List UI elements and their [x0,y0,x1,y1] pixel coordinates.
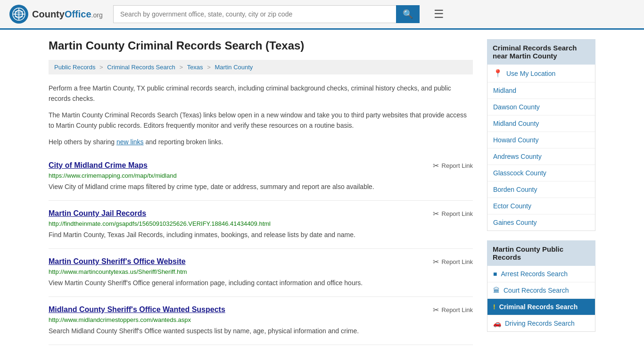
breadcrumb-public-records[interactable]: Public Records [54,64,95,71]
result-url[interactable]: http://www.martincountytexas.us/Sheriff/… [49,268,473,275]
report-link-btn[interactable]: ✂ Report Link [433,161,473,170]
search-area: 🔍 [113,5,420,23]
breadcrumb-martin-county[interactable]: Martin County [215,64,253,71]
main-container: Martin County Criminal Records Search (T… [39,30,605,354]
sidebar-item-label: Midland [493,87,516,94]
report-label: Report Link [442,162,473,169]
result-desc: View City of Midland crime maps filtered… [49,182,473,192]
site-header: CountyOffice.org 🔍 ☰ [0,0,644,30]
breadcrumb-sep-1: > [99,64,105,71]
search-input[interactable] [113,5,396,23]
result-url[interactable]: https://www.crimemapping.com/map/tx/midl… [49,172,473,179]
result-header: City of Midland Crime Maps ✂ Report Link [49,161,473,170]
report-link-btn[interactable]: ✂ Report Link [433,257,473,266]
result-title[interactable]: City of Midland Crime Maps [49,161,148,170]
sidebar: Criminal Records Search near Martin Coun… [487,39,595,345]
description-1: Perform a free Martin County, TX public … [49,83,473,104]
list-item: 🚗 Driving Records Search [487,315,595,331]
menu-button[interactable]: ☰ [434,8,444,21]
court-records-label: Court Records Search [504,287,569,294]
list-item: Andrews County [487,148,595,165]
list-item: Gaines County [487,214,595,230]
description-2: The Martin County Criminal Records Searc… [49,110,473,131]
report-label: Report Link [442,210,473,217]
hamburger-icon: ☰ [434,8,444,20]
results-list: City of Midland Crime Maps ✂ Report Link… [49,153,473,345]
list-item: Howard County [487,132,595,148]
report-link-btn[interactable]: ✂ Report Link [433,305,473,314]
sidebar-item-label: Ector County [493,202,531,210]
breadcrumb-sep-3: > [207,64,212,71]
desc3-before: Help others by sharing [49,138,116,146]
desc3-after: and reporting broken links. [144,138,223,146]
result-url[interactable]: http://findtheinmate.com/gsapdfs/1565091… [49,220,473,227]
result-title[interactable]: Martin County Jail Records [49,209,146,218]
sidebar-item-glasscock[interactable]: Glasscock County [487,165,595,181]
logo-area: CountyOffice.org [9,5,104,24]
sidebar-item-midland[interactable]: Midland [487,82,595,99]
list-item: Midland County [487,115,595,132]
use-my-location-link[interactable]: 📍 Use My Location [487,65,595,82]
sidebar-item-label: Dawson County [493,103,540,111]
result-url[interactable]: http://www.midlandcrimestoppers.com/want… [49,316,473,323]
sidebar-item-howard[interactable]: Howard County [487,132,595,148]
breadcrumb-texas[interactable]: Texas [187,64,203,71]
sidebar-item-label: Andrews County [493,153,542,160]
court-records-link[interactable]: 🏛 Court Records Search [487,282,595,298]
arrest-records-label: Arrest Records Search [501,270,568,278]
sidebar-item-label: Glasscock County [493,169,546,177]
list-item: 🏛 Court Records Search [487,282,595,299]
report-icon: ✂ [433,209,439,218]
list-item: ■ Arrest Records Search [487,266,595,282]
content-area: Martin County Criminal Records Search (T… [49,39,473,345]
location-icon: 📍 [493,69,503,78]
search-icon: 🔍 [403,9,413,19]
page-title: Martin County Criminal Records Search (T… [49,39,473,52]
sidebar-item-ector[interactable]: Ector County [487,198,595,214]
report-icon: ✂ [433,305,439,314]
breadcrumb: Public Records > Criminal Records Search… [49,60,473,74]
result-header: Midland County Sheriff's Office Wanted S… [49,305,473,314]
result-desc: Search Midland County Sheriff's Office w… [49,326,473,336]
breadcrumb-sep-2: > [179,64,184,71]
list-item: Borden County [487,181,595,198]
sidebar-item-gaines[interactable]: Gaines County [487,214,595,230]
breadcrumb-criminal-records[interactable]: Criminal Records Search [107,64,175,71]
report-label: Report Link [442,258,473,265]
sidebar-item-midland-county[interactable]: Midland County [487,115,595,132]
logo-svg [12,8,25,21]
logo-icon [9,5,28,24]
search-button[interactable]: 🔍 [396,5,420,23]
result-header: Martin County Jail Records ✂ Report Link [49,209,473,218]
criminal-records-label: Criminal Records Search [499,303,578,311]
result-item: Martin County Sheriff's Office Website ✂… [49,249,473,297]
sidebar-item-borden[interactable]: Borden County [487,181,595,197]
driving-icon: 🚗 [493,320,501,327]
result-item: Midland County Sheriff's Office Wanted S… [49,297,473,345]
sidebar-item-label: Gaines County [493,219,537,226]
nearby-list: 📍 Use My Location Midland Dawson County [487,65,595,231]
sidebar-item-andrews[interactable]: Andrews County [487,148,595,165]
report-link-btn[interactable]: ✂ Report Link [433,209,473,218]
new-links-link[interactable]: new links [116,138,144,146]
driving-records-link[interactable]: 🚗 Driving Records Search [487,315,595,331]
arrest-icon: ■ [493,270,497,278]
sidebar-item-label: Howard County [493,136,539,144]
list-item: Ector County [487,198,595,214]
arrest-records-link[interactable]: ■ Arrest Records Search [487,266,595,282]
result-desc: View Martin County Sheriff's Office gene… [49,278,473,288]
description-3: Help others by sharing new links and rep… [49,137,473,147]
criminal-icon: ! [493,303,495,311]
list-item: Glasscock County [487,165,595,181]
list-item: 📍 Use My Location [487,65,595,82]
sidebar-item-dawson[interactable]: Dawson County [487,99,595,115]
report-icon: ✂ [433,161,439,170]
driving-records-label: Driving Records Search [505,320,575,327]
court-icon: 🏛 [493,287,500,294]
result-title[interactable]: Midland County Sheriff's Office Wanted S… [49,305,225,314]
result-title[interactable]: Martin County Sheriff's Office Website [49,257,186,266]
criminal-records-active[interactable]: ! Criminal Records Search [487,299,595,315]
public-records-section: Martin County Public Records ■ Arrest Re… [487,240,595,332]
result-item: Martin County Jail Records ✂ Report Link… [49,201,473,249]
list-item: Dawson County [487,99,595,115]
